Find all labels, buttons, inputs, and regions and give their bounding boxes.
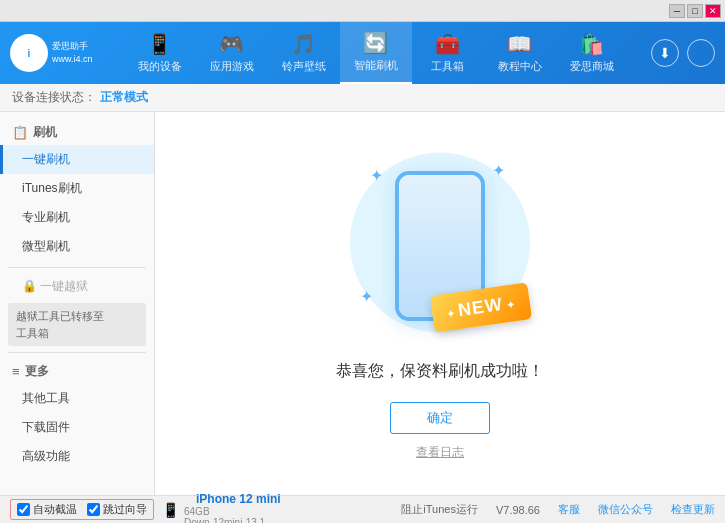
device-name: iPhone 12 mini <box>196 492 281 506</box>
customer-service-link[interactable]: 客服 <box>558 502 580 517</box>
nav-mall[interactable]: 🛍️ 爱思商城 <box>556 22 628 84</box>
sidebar-item-itunes-flash[interactable]: iTunes刷机 <box>0 174 154 203</box>
nav-right: ⬇ 👤 <box>651 39 715 67</box>
view-log-link[interactable]: 查看日志 <box>416 444 464 461</box>
minimize-btn[interactable]: ─ <box>669 4 685 18</box>
nav-ringtone[interactable]: 🎵 铃声壁纸 <box>268 22 340 84</box>
nav-items: 📱 我的设备 🎮 应用游戏 🎵 铃声壁纸 🔄 智能刷机 🧰 工具箱 📖 教程中心… <box>100 22 651 84</box>
phone-icon: 📱 <box>147 32 172 56</box>
skip-wizard-checkbox[interactable] <box>87 503 100 516</box>
account-btn[interactable]: 👤 <box>687 39 715 67</box>
device-phone-icon: 📱 <box>162 502 179 518</box>
sidebar-section-more: ≡ 更多 <box>0 359 154 384</box>
sparkle-3: ✦ <box>360 287 373 306</box>
nav-smart-flash[interactable]: 🔄 智能刷机 <box>340 22 412 84</box>
version-label: V7.98.66 <box>496 504 540 516</box>
device-model: Down-12mini-13,1 <box>184 517 281 524</box>
sidebar-item-advanced[interactable]: 高级功能 <box>0 442 154 471</box>
stop-itunes-label: 阻止iTunes运行 <box>401 502 478 517</box>
toolbox-icon: 🧰 <box>435 32 460 56</box>
book-icon: 📖 <box>507 32 532 56</box>
sidebar-item-onekey-flash[interactable]: 一键刷机 <box>0 145 154 174</box>
nav-app-game[interactable]: 🎮 应用游戏 <box>196 22 268 84</box>
sidebar-item-pro-flash[interactable]: 专业刷机 <box>0 203 154 232</box>
check-update-link[interactable]: 检查更新 <box>671 502 715 517</box>
sidebar-jailbreak-notice: 越狱工具已转移至工具箱 <box>8 303 146 346</box>
sidebar-item-mini-flash[interactable]: 微型刷机 <box>0 232 154 261</box>
device-storage: 64GB <box>184 506 281 517</box>
music-icon: 🎵 <box>291 32 316 56</box>
sidebar-jailbreak-label: 🔒 一键越狱 <box>0 274 154 299</box>
sidebar-divider-2 <box>8 352 146 353</box>
bottom-bar: 自动截温 跳过向导 📱 iPhone 12 mini 64GB Down-12m… <box>0 495 725 523</box>
shop-icon: 🛍️ <box>579 32 604 56</box>
nav-toolbox[interactable]: 🧰 工具箱 <box>412 22 484 84</box>
success-illustration: ✦ ✦ ✦ NEW <box>340 146 540 346</box>
logo-area: i 爱思助手 www.i4.cn <box>10 34 100 72</box>
maximize-btn[interactable]: □ <box>687 4 703 18</box>
wechat-link[interactable]: 微信公众号 <box>598 502 653 517</box>
checkbox-group: 自动截温 跳过向导 <box>10 499 154 520</box>
sidebar-section-flash: 📋 刷机 <box>0 120 154 145</box>
skip-wizard-label[interactable]: 跳过向导 <box>87 502 147 517</box>
title-bar: ─ □ ✕ <box>0 0 725 22</box>
content-area: ✦ ✦ ✦ NEW 恭喜您，保资料刷机成功啦！ 确定 查看日志 <box>155 112 725 495</box>
sidebar-divider-1 <box>8 267 146 268</box>
sparkle-2: ✦ <box>492 161 505 180</box>
flash-section-icon: 📋 <box>12 125 28 140</box>
success-text: 恭喜您，保资料刷机成功啦！ <box>336 361 544 382</box>
sidebar-item-other-tools[interactable]: 其他工具 <box>0 384 154 413</box>
logo-text: 爱思助手 www.i4.cn <box>52 40 93 65</box>
more-section-icon: ≡ <box>12 364 20 379</box>
close-btn[interactable]: ✕ <box>705 4 721 18</box>
sidebar-item-download-firmware[interactable]: 下载固件 <box>0 413 154 442</box>
status-label: 设备连接状态： <box>12 89 96 106</box>
download-btn[interactable]: ⬇ <box>651 39 679 67</box>
confirm-button[interactable]: 确定 <box>390 402 490 434</box>
auto-screenshot-checkbox[interactable] <box>17 503 30 516</box>
game-icon: 🎮 <box>219 32 244 56</box>
nav-my-device[interactable]: 📱 我的设备 <box>124 22 196 84</box>
status-bar: 设备连接状态： 正常模式 <box>0 84 725 112</box>
sparkle-1: ✦ <box>370 166 383 185</box>
top-nav: i 爱思助手 www.i4.cn 📱 我的设备 🎮 应用游戏 🎵 铃声壁纸 🔄 … <box>0 22 725 84</box>
auto-screenshot-label[interactable]: 自动截温 <box>17 502 77 517</box>
refresh-icon: 🔄 <box>363 31 388 55</box>
nav-tutorial[interactable]: 📖 教程中心 <box>484 22 556 84</box>
main-layout: 📋 刷机 一键刷机 iTunes刷机 专业刷机 微型刷机 🔒 一键越狱 越狱工具… <box>0 112 725 495</box>
sidebar: 📋 刷机 一键刷机 iTunes刷机 专业刷机 微型刷机 🔒 一键越狱 越狱工具… <box>0 112 155 495</box>
bottom-right: 阻止iTunes运行 V7.98.66 客服 微信公众号 检查更新 <box>401 502 715 517</box>
device-section: 📱 iPhone 12 mini 64GB Down-12mini-13,1 <box>162 492 281 524</box>
status-value: 正常模式 <box>100 89 148 106</box>
logo-icon: i <box>10 34 48 72</box>
